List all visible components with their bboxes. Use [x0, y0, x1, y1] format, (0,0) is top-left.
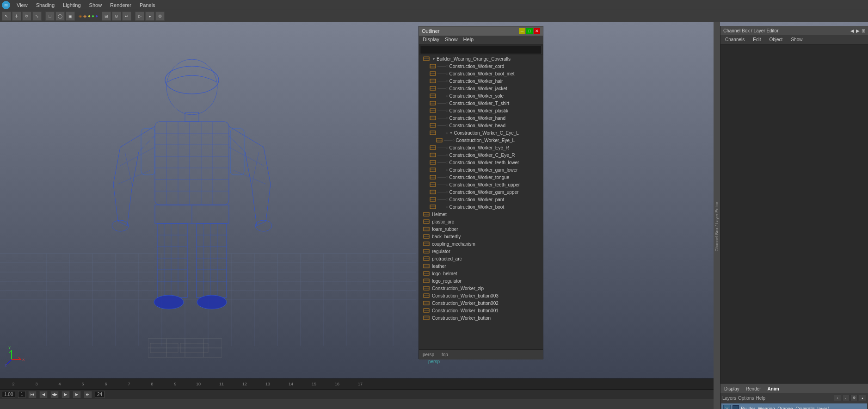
menu-show[interactable]: Show [87, 1, 104, 9]
outliner-item-icon [423, 218, 430, 225]
outliner-list-item[interactable]: logo_helmet [419, 270, 543, 277]
toolbar-history[interactable]: ↩ [122, 12, 131, 21]
outliner-menu-show[interactable]: Show [442, 36, 461, 44]
toolbar-select[interactable]: ↖ [2, 12, 11, 21]
channel-box-icon2[interactable]: ▶ [856, 28, 860, 33]
outliner-list-item[interactable]: foam_rubber [419, 225, 543, 233]
outliner-list-item[interactable]: Construction_Worker_button [419, 314, 543, 322]
outliner-list-item[interactable]: Construction_Worker_button003 [419, 292, 543, 299]
channel-tab-show[interactable]: Show [788, 36, 805, 43]
layer-type-btn[interactable] [733, 405, 739, 409]
toolbar-render[interactable]: ▷ [135, 12, 144, 21]
outliner-menu-help[interactable]: Help [461, 36, 477, 44]
prev-frame-btn[interactable]: ◀ [39, 391, 48, 398]
outliner-list-item[interactable]: leather [419, 262, 543, 270]
toolbar-scale[interactable]: ⤡ [32, 12, 42, 21]
outliner-title-bar[interactable]: Outliner ─ □ ✕ [419, 26, 543, 36]
toolbar-move[interactable]: ✛ [12, 12, 21, 21]
channel-tab-edit[interactable]: Edit [750, 36, 763, 43]
outliner-minimize-btn[interactable]: ─ [519, 28, 525, 34]
outliner-list-item[interactable]: ——○Construction_Worker_gum_upper [419, 188, 543, 196]
outliner-list-item[interactable]: ——○Construction_Worker_hand [419, 114, 543, 122]
outliner-list-item[interactable]: ——○Construction_Worker_plastik [419, 107, 543, 114]
layer-move-up-btn[interactable]: ▲ [859, 395, 866, 401]
toolbar-nurbs[interactable]: ◯ [55, 12, 65, 21]
layer-options-btn[interactable]: ⚙ [850, 395, 858, 401]
outliner-list-item[interactable]: ——○Construction_Worker_gum_lower [419, 166, 543, 174]
layer-delete-btn[interactable]: - [842, 395, 850, 401]
outliner-list-item[interactable]: ——○Construction_Worker_C_Eye_R [419, 151, 543, 159]
outliner-list-item[interactable]: plastic_arc [419, 218, 543, 225]
help-label[interactable]: Help [756, 396, 765, 401]
layers-label[interactable]: Layers [722, 396, 736, 401]
options-label[interactable]: Options [738, 396, 754, 401]
channel-tab-object[interactable]: Object [767, 36, 786, 43]
layer-vis-toggle[interactable]: V [723, 405, 731, 409]
outliner-list-item[interactable]: coupling_mechanism [419, 240, 543, 248]
layer-tab-render[interactable]: Render [744, 385, 763, 392]
menu-shading[interactable]: Shading [34, 1, 56, 9]
outliner-list-item[interactable]: protracted_arc [419, 255, 543, 262]
toolbar-ipr[interactable]: ▸ [145, 12, 154, 21]
outliner-search-bar[interactable] [419, 45, 543, 55]
layer-tab-anim[interactable]: Anim [766, 385, 781, 392]
outliner-list-item[interactable]: logo_regulator [419, 277, 543, 285]
outliner-list-item[interactable]: ▼Builder_Wearing_Orange_Coveralls [419, 55, 543, 62]
toolbar-polygon[interactable]: □ [45, 12, 55, 21]
outliner-menu-display[interactable]: Display [420, 36, 442, 44]
outliner-top-item[interactable]: top [438, 352, 452, 357]
toolbar-snap-point[interactable]: ⊙ [112, 12, 121, 21]
outliner-list-item[interactable]: ——○Construction_Worker_boot_met [419, 70, 543, 77]
layer-item-1[interactable]: V Builder_Wearing_Orange_Coveralls_layer… [721, 403, 867, 409]
outliner-list-item[interactable]: ——○Construction_Worker_teeth_upper [419, 181, 543, 188]
fast-forward-btn[interactable]: ⏭ [84, 391, 92, 398]
outliner-list-item[interactable]: ——○Construction_Worker_Eye_R [419, 144, 543, 151]
outliner-list-item[interactable]: ——○Construction_Worker_Eye_L [419, 136, 543, 144]
channel-tab-channels[interactable]: Channels [722, 36, 747, 43]
outliner-list-item[interactable]: Construction_Worker_button001 [419, 307, 543, 314]
layer-add-btn[interactable]: + [834, 395, 841, 401]
menu-panels[interactable]: Panels [138, 1, 157, 9]
outliner-item-icon [423, 255, 430, 262]
outliner-maximize-btn[interactable]: □ [526, 28, 533, 34]
outliner-list-item[interactable]: ——○Construction_Worker_teeth_lower [419, 159, 543, 166]
outliner-list-item[interactable]: ——○Construction_Worker_boot [419, 203, 543, 211]
outliner-close-btn[interactable]: ✕ [534, 28, 540, 34]
play-btn[interactable]: ▶ [62, 391, 70, 398]
outliner-list-item[interactable]: ——○Construction_Worker_pant [419, 196, 543, 203]
wireframe-character [65, 45, 324, 314]
outliner-expand-arrow[interactable]: ▼ [432, 57, 437, 61]
toolbar-subdivs[interactable]: ▣ [66, 12, 75, 21]
toolbar-snap-grid[interactable]: ⊞ [102, 12, 111, 21]
outliner-list-item[interactable]: ——○Construction_Worker_head [419, 122, 543, 129]
outliner-search-input[interactable] [420, 46, 542, 54]
menu-lighting[interactable]: Lighting [61, 1, 83, 9]
outliner-list-item[interactable]: Helmet [419, 211, 543, 218]
outliner-list-item[interactable]: Construction_Worker_zip [419, 285, 543, 292]
menu-renderer[interactable]: Renderer [108, 1, 133, 9]
outliner-list-item[interactable]: ——○▼Construction_Worker_C_Eye_L [419, 129, 543, 136]
outliner-item-label: Construction_Worker_zip [432, 286, 484, 291]
next-frame-btn[interactable]: ▶ [73, 391, 81, 398]
layer-tab-display[interactable]: Display [722, 385, 741, 392]
channel-box-title: Channel Box / Layer Editor ◀ ▶ ⊞ [720, 26, 868, 35]
channel-box-icon1[interactable]: ◀ [850, 28, 854, 33]
outliner-list-item[interactable]: regulator [419, 248, 543, 255]
outliner-list-item[interactable]: ——○Construction_Worker_T_shirt [419, 99, 543, 107]
toolbar-rotate[interactable]: ↻ [22, 12, 31, 21]
outliner-list-item[interactable]: Construction_Worker_button002 [419, 299, 543, 307]
outliner-expand-arrow[interactable]: ▼ [449, 131, 454, 135]
outliner-persp-item[interactable]: persp [419, 352, 438, 357]
outliner-item-connector: ——○ [437, 108, 448, 113]
outliner-list-item[interactable]: ——○Construction_Worker_cord [419, 62, 543, 70]
outliner-list-item[interactable]: ——○Construction_Worker_hair [419, 77, 543, 85]
channel-box-icon3[interactable]: ⊞ [862, 28, 865, 33]
menu-view[interactable]: View [15, 1, 30, 9]
rewind-btn[interactable]: ⏮ [28, 391, 37, 398]
outliner-list-item[interactable]: back_butterfly [419, 233, 543, 240]
outliner-list-item[interactable]: ——○Construction_Worker_tongue [419, 174, 543, 181]
toolbar-render-settings[interactable]: ⚙ [155, 12, 165, 21]
outliner-list-item[interactable]: ——○Construction_Worker_sole [419, 92, 543, 99]
play-back-btn[interactable]: ◀▶ [50, 391, 59, 398]
outliner-list-item[interactable]: ——○Construction_Worker_jacket [419, 85, 543, 92]
